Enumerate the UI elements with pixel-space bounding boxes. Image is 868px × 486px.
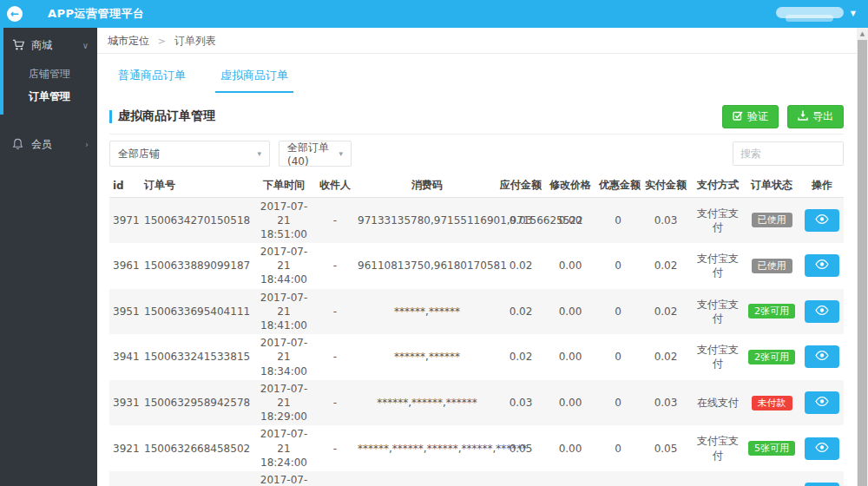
cell-recipient: - <box>314 425 356 471</box>
cell-time: 2017-07-21 18:41:00 <box>253 289 314 335</box>
column-header: 修改价格 <box>543 174 597 197</box>
cell-discount: 0 <box>597 243 639 289</box>
tab-bar: 普通商品订单 虚拟商品订单 <box>109 64 844 93</box>
view-order-button[interactable] <box>805 345 839 368</box>
scrollbar-thumb[interactable] <box>858 40 867 486</box>
scroll-up-icon[interactable]: ▲ <box>857 30 868 37</box>
cell-modified: 0.00 <box>543 380 597 426</box>
cell-paid: 0.02 <box>639 334 693 380</box>
column-header: 收件人 <box>314 174 356 197</box>
caret-down-icon: ▾ <box>250 149 261 158</box>
view-order-button[interactable] <box>805 254 839 277</box>
column-header: 优惠金额 <box>597 174 639 197</box>
verify-button[interactable]: 验证 <box>722 105 779 128</box>
status-badge: 2张可用 <box>748 304 795 319</box>
cell-method: 支付宝支付 <box>693 425 743 471</box>
cell-modified: 0.00 <box>543 243 597 289</box>
sidebar-item-mall[interactable]: 商城 ∨ <box>3 28 97 62</box>
cell-code: ******,****** <box>356 289 498 335</box>
cell-paid: 0.02 <box>639 289 693 335</box>
cell-discount: 0 <box>597 471 639 486</box>
chevron-down-icon: ∨ <box>82 41 89 50</box>
cell-status: 未付款 <box>743 471 800 486</box>
cell-payable: 0.03 <box>498 380 543 426</box>
title-accent-bar <box>109 110 112 123</box>
eye-icon <box>814 396 830 410</box>
app-title: APP运营管理平台 <box>48 0 145 28</box>
breadcrumb-separator: > <box>158 36 166 47</box>
cell-action <box>800 197 844 243</box>
column-header: id <box>109 174 141 197</box>
cell-code: ******,******,******,******,****** <box>356 425 498 471</box>
cell-recipient: - <box>314 380 356 426</box>
cell-status: 2张可用 <box>743 334 800 380</box>
sidebar-item-store-management[interactable]: 店铺管理 <box>3 62 97 85</box>
store-select[interactable]: 全部店铺 ▾ <box>109 141 270 167</box>
table-row: 394115006332415338152017-07-21 18:34:00-… <box>109 334 844 380</box>
view-order-button[interactable] <box>805 391 839 414</box>
search-input[interactable] <box>733 141 844 166</box>
cell-method: 支付宝支付 <box>693 197 743 243</box>
table-row: 395115006336954041112017-07-21 18:41:00-… <box>109 289 844 335</box>
sidebar-item-order-management[interactable]: 订单管理 <box>3 85 97 108</box>
view-order-button[interactable] <box>805 483 839 486</box>
eye-icon <box>814 305 830 319</box>
view-order-button[interactable] <box>805 209 839 232</box>
cell-order_no: 1500633889099187 <box>141 243 253 289</box>
cell-time: 2017-07-21 18:44:00 <box>253 243 314 289</box>
cell-paid: 200.00 <box>639 471 693 486</box>
main-content: 城市定位 > 订单列表 普通商品订单 虚拟商品订单 虚拟商品订单管理 验证 <box>97 28 857 486</box>
view-order-button[interactable] <box>805 300 839 323</box>
breadcrumb-item[interactable]: 城市定位 <box>108 35 149 47</box>
cell-status: 未付款 <box>743 380 800 426</box>
sidebar-item-member[interactable]: 会员 › <box>0 127 97 161</box>
sidebar: 商城 ∨ 店铺管理 订单管理 会员 › <box>0 28 97 486</box>
cell-paid: 0.05 <box>639 425 693 471</box>
cell-discount: 0 <box>597 289 639 335</box>
status-badge: 已使用 <box>752 259 792 273</box>
cell-time: 2017-07-21 18:51:00 <box>253 197 314 243</box>
user-menu[interactable]: ▼ <box>746 0 859 28</box>
export-button[interactable]: 导出 <box>787 105 844 128</box>
tab-normal-orders[interactable]: 普通商品订单 <box>113 64 191 93</box>
cell-paid: 0.02 <box>639 243 693 289</box>
cell-modified: 0.00 <box>543 471 597 486</box>
status-badge: 已使用 <box>752 213 792 227</box>
column-header: 订单状态 <box>743 174 800 197</box>
cell-id: 3941 <box>109 334 141 380</box>
cell-code: ******,****** <box>356 334 498 380</box>
cell-method: 支付宝支付 <box>693 289 743 335</box>
tab-virtual-orders[interactable]: 虚拟商品订单 <box>215 64 293 93</box>
cell-discount: 0 <box>597 197 639 243</box>
cell-code: ******,******,****** <box>356 380 498 426</box>
cell-discount: 0 <box>597 334 639 380</box>
cell-status: 已使用 <box>743 243 800 289</box>
back-button[interactable]: ← <box>7 6 23 22</box>
cell-modified: 0.00 <box>543 425 597 471</box>
cell-time: 2017-07-21 18:29:00 <box>253 380 314 426</box>
column-header: 消费码 <box>356 174 498 197</box>
cell-code: ****** <box>356 471 498 486</box>
cell-action <box>800 380 844 426</box>
cell-paid: 0.03 <box>639 197 693 243</box>
cell-status: 2张可用 <box>743 289 800 335</box>
cell-id: 3951 <box>109 289 141 335</box>
order-filter-select[interactable]: 全部订单(40) ▾ <box>279 141 352 167</box>
eye-icon <box>814 350 830 364</box>
column-header: 订单号 <box>141 174 253 197</box>
column-header: 下单时间 <box>253 174 314 197</box>
table-row: 391115006324958212522017-07-21 18:21:00-… <box>109 471 844 486</box>
cell-method: 支付宝支付 <box>693 243 743 289</box>
column-header: 操作 <box>800 174 844 197</box>
cell-order_no: 1500632668458502 <box>141 425 253 471</box>
scrollbar[interactable]: ▲ <box>857 28 868 486</box>
view-order-button[interactable] <box>805 437 839 460</box>
bell-icon <box>12 138 28 150</box>
eye-icon <box>814 259 830 273</box>
cell-status: 5张可用 <box>743 425 800 471</box>
cell-payable: 0.02 <box>498 289 543 335</box>
cell-action <box>800 243 844 289</box>
cell-id: 3921 <box>109 425 141 471</box>
cell-action <box>800 425 844 471</box>
cell-id: 3911 <box>109 471 141 486</box>
